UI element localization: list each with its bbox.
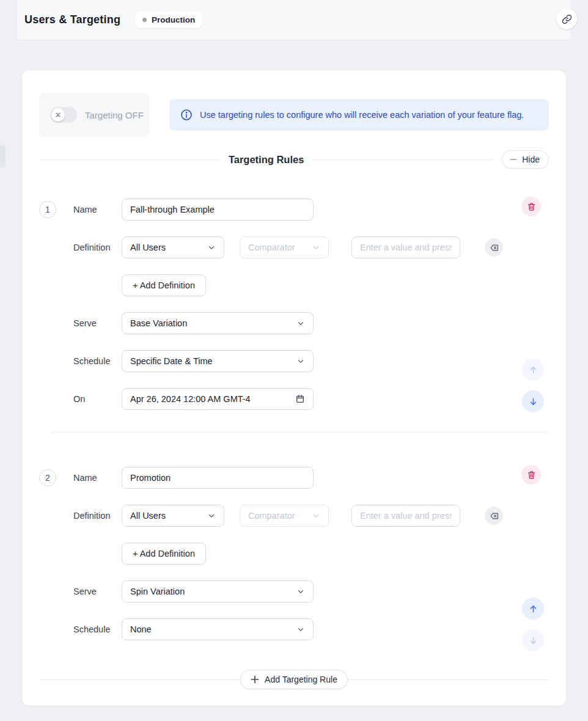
rule-number-badge: 1 — [39, 201, 56, 218]
move-rule-down-button[interactable] — [522, 390, 544, 412]
targeting-rules-divider: Targeting Rules Hide — [39, 150, 549, 169]
arrow-down-icon — [528, 635, 538, 646]
definition-value-input[interactable] — [351, 505, 460, 527]
serve-label: Serve — [73, 587, 122, 596]
rule-schedule-row: Schedule None — [39, 618, 549, 640]
rule-definition-row: Definition All Users Comparator — [39, 236, 549, 258]
add-rule-label: Add Targeting Rule — [265, 675, 337, 684]
add-rule-row: Add Targeting Rule — [39, 670, 549, 689]
chevron-down-icon — [296, 625, 305, 634]
x-icon — [56, 112, 61, 117]
trash-icon — [527, 470, 536, 480]
add-targeting-rule-button[interactable]: Add Targeting Rule — [240, 670, 348, 689]
targeting-rule-1: 1 Name Definition All Users Comparator — [39, 199, 549, 410]
schedule-datetime-picker[interactable]: Apr 26, 2024 12:00 AM GMT-4 — [122, 388, 314, 410]
link-icon — [562, 14, 572, 24]
serve-value: Base Variation — [130, 318, 187, 328]
schedule-value: None — [130, 624, 152, 634]
add-definition-row: + Add Definition — [39, 274, 549, 296]
serve-value: Spin Variation — [130, 587, 185, 596]
page-header: Users & Targeting Production — [17, 0, 571, 40]
targeting-toggle-box: Targeting OFF — [39, 93, 149, 137]
add-definition-button[interactable]: + Add Definition — [122, 274, 206, 296]
rule-reorder-controls — [522, 359, 544, 412]
rule-name-row: 2 Name — [39, 467, 549, 489]
move-rule-up-button[interactable] — [522, 598, 544, 620]
on-label: On — [73, 394, 122, 404]
hide-label: Hide — [522, 155, 540, 164]
chevron-down-icon — [207, 243, 216, 252]
toggle-knob — [51, 108, 65, 122]
calendar-icon — [295, 394, 305, 404]
minus-icon — [510, 156, 517, 163]
divider-line — [312, 159, 493, 160]
plus-icon — [251, 675, 259, 684]
arrow-up-icon — [528, 604, 538, 614]
comparator-placeholder: Comparator — [248, 243, 295, 252]
serve-select[interactable]: Base Variation — [122, 312, 314, 334]
comparator-select[interactable]: Comparator — [240, 236, 329, 258]
info-circle-icon — [180, 109, 193, 121]
chevron-down-icon — [312, 243, 320, 252]
name-label: Name — [73, 473, 122, 483]
rule-number-badge: 2 — [39, 469, 56, 486]
rule-reorder-controls — [522, 598, 544, 651]
targeting-toggle[interactable] — [50, 107, 77, 123]
definition-value-input[interactable] — [351, 236, 460, 258]
drawer-handle[interactable] — [0, 145, 6, 167]
page-title: Users & Targeting — [24, 13, 120, 26]
schedule-label: Schedule — [73, 624, 122, 634]
schedule-label: Schedule — [73, 356, 122, 366]
rule-definition-row: Definition All Users Comparator — [39, 505, 549, 527]
rule-on-row: On Apr 26, 2024 12:00 AM GMT-4 — [39, 388, 549, 410]
attribute-value: All Users — [130, 511, 166, 521]
schedule-select[interactable]: Specific Date & Time — [122, 350, 314, 372]
rule-name-input[interactable] — [122, 199, 314, 221]
divider-line — [39, 679, 240, 680]
delete-rule-button[interactable] — [521, 465, 541, 485]
arrow-up-icon — [528, 365, 538, 375]
divider-line — [348, 679, 549, 680]
rule-name-input[interactable] — [122, 467, 314, 489]
schedule-select[interactable]: None — [122, 618, 314, 640]
move-rule-down-button[interactable] — [522, 629, 544, 651]
rules-separator — [51, 432, 549, 433]
move-rule-up-button[interactable] — [522, 359, 544, 381]
trash-icon — [527, 202, 536, 211]
arrow-down-icon — [528, 397, 538, 407]
hide-rules-button[interactable]: Hide — [502, 150, 549, 169]
dot-icon — [142, 18, 147, 22]
backspace-icon — [490, 511, 499, 521]
serve-select[interactable]: Spin Variation — [122, 580, 314, 602]
targeting-status-row: Targeting OFF Use targeting rules to con… — [39, 93, 549, 137]
schedule-value: Specific Date & Time — [130, 356, 213, 366]
environment-badge[interactable]: Production — [135, 12, 202, 28]
chevron-down-icon — [296, 357, 305, 365]
comparator-select[interactable]: Comparator — [240, 505, 329, 527]
add-definition-row: + Add Definition — [39, 543, 549, 565]
attribute-select[interactable]: All Users — [122, 236, 224, 258]
rule-name-row: 1 Name — [39, 199, 549, 221]
rule-serve-row: Serve Base Variation — [39, 312, 549, 334]
definition-label: Definition — [73, 243, 122, 252]
environment-label: Production — [152, 15, 195, 24]
attribute-select[interactable]: All Users — [122, 505, 224, 527]
serve-label: Serve — [73, 318, 122, 328]
clear-definition-button[interactable] — [485, 238, 503, 257]
definition-label: Definition — [73, 511, 122, 521]
chevron-down-icon — [296, 319, 305, 328]
info-banner-text: Use targeting rules to configure who wil… — [200, 110, 524, 120]
backspace-icon — [490, 243, 499, 252]
clear-definition-button[interactable] — [485, 507, 503, 525]
copy-link-button[interactable] — [556, 9, 577, 29]
chevron-down-icon — [312, 511, 320, 520]
add-definition-button[interactable]: + Add Definition — [122, 543, 206, 565]
targeting-rules-title: Targeting Rules — [220, 154, 312, 166]
info-banner: Use targeting rules to configure who wil… — [169, 99, 549, 131]
rule-schedule-row: Schedule Specific Date & Time — [39, 350, 549, 372]
delete-rule-button[interactable] — [521, 197, 541, 216]
chevron-down-icon — [296, 587, 305, 596]
comparator-placeholder: Comparator — [248, 511, 295, 521]
divider-line — [39, 159, 220, 160]
targeting-status-label: Targeting OFF — [85, 110, 144, 120]
